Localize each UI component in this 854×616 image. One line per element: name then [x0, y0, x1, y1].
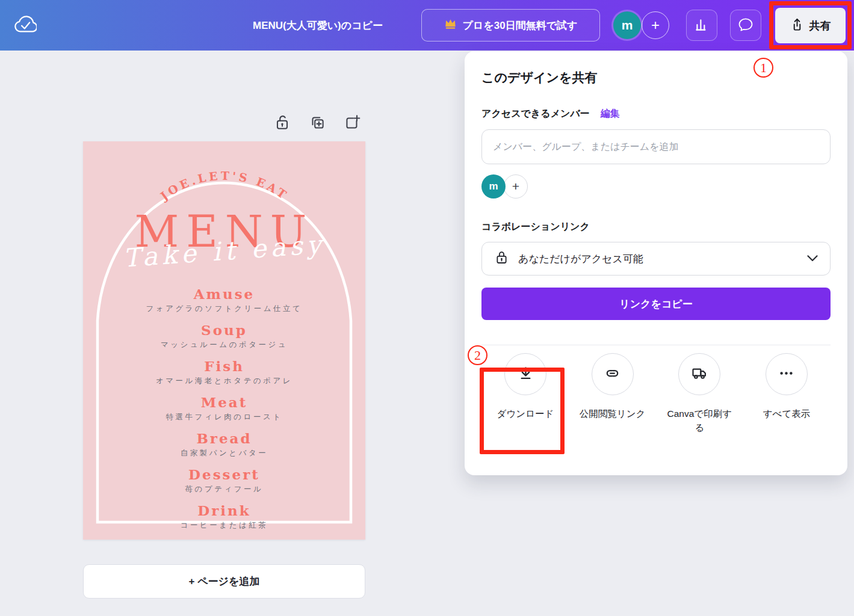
ellipsis-icon	[778, 365, 794, 384]
member-search-input[interactable]	[481, 129, 831, 164]
menu-item-name: Soup	[83, 322, 365, 338]
design-canvas[interactable]: JOE.LET'S EAT MENU Take it easy Amuseフォア…	[83, 141, 365, 540]
chat-bubble-icon	[737, 16, 754, 35]
share-button-label: 共有	[809, 19, 831, 33]
step-2-badge: 2	[468, 345, 487, 365]
menu-item: Meat特選牛フィレ肉のロースト	[83, 394, 365, 422]
cloud-check-icon	[14, 14, 37, 37]
menu-item-name: Drink	[83, 502, 365, 519]
edit-members-link[interactable]: 編集	[601, 108, 620, 120]
public-view-link-action[interactable]: 公開閲覧リンク	[570, 353, 655, 435]
print-with-canva-label: Canvaで印刷する	[663, 407, 736, 435]
menu-item-desc: フォアグラのソフトクリーム仕立て	[83, 304, 365, 314]
chevron-down-icon	[807, 253, 818, 264]
canva-editor: MENU(大人可愛い)のコピー プロを30日間無料で試す m +	[0, 0, 854, 616]
crown-icon	[444, 18, 457, 32]
share-actions: ダウンロード 公開閲覧リンク	[481, 353, 831, 435]
sync-status-button[interactable]	[13, 14, 37, 37]
menu-item-desc: 特選牛フィレ肉のロースト	[83, 412, 365, 422]
lock-icon	[494, 250, 509, 268]
show-all-action[interactable]: すべて表示	[744, 353, 829, 435]
link-access-dropdown[interactable]: あなただけがアクセス可能	[481, 242, 831, 276]
page-toolbar	[272, 113, 362, 134]
print-with-canva-action[interactable]: Canvaで印刷する	[657, 353, 742, 435]
menu-item-name: Amuse	[83, 286, 365, 302]
members-access-label: アクセスできるメンバー	[481, 108, 590, 120]
link-icon	[604, 365, 620, 384]
copy-link-button[interactable]: リンクをコピー	[481, 288, 831, 320]
menu-item-name: Bread	[83, 430, 365, 446]
add-page-button[interactable]: + ページを追加	[83, 564, 365, 599]
menu-items: Amuseフォアグラのソフトクリーム仕立て Soupマッシュルームのポタージュ …	[83, 286, 365, 538]
menu-item: Dessert苺のプティフール	[83, 466, 365, 494]
bar-chart-icon	[694, 17, 710, 34]
member-avatars: m +	[481, 174, 831, 199]
menu-item-desc: コーヒーまたは紅茶	[83, 520, 365, 531]
try-pro-label: プロを30日間無料で試す	[463, 19, 578, 32]
menu-item-name: Meat	[83, 394, 365, 410]
divider	[481, 345, 831, 345]
download-label: ダウンロード	[497, 407, 554, 420]
topbar: MENU(大人可愛い)のコピー プロを30日間無料で試す m +	[0, 0, 854, 51]
menu-item-desc: 自家製パンとバター	[83, 448, 365, 458]
insights-button[interactable]	[686, 10, 717, 41]
menu-item: Amuseフォアグラのソフトクリーム仕立て	[83, 286, 365, 314]
menu-item: Bread自家製パンとバター	[83, 430, 365, 458]
add-page-icon-button[interactable]	[342, 113, 362, 134]
add-member-button[interactable]: +	[504, 174, 528, 199]
add-page-icon	[343, 114, 361, 134]
show-all-label: すべて表示	[763, 407, 811, 420]
share-button[interactable]: 共有	[775, 8, 846, 43]
menu-item: Fishオマール海老とホタテのポアレ	[83, 358, 365, 386]
download-icon	[518, 365, 534, 384]
avatar[interactable]: m	[613, 11, 641, 39]
svg-text:JOE.LET'S EAT: JOE.LET'S EAT	[157, 169, 291, 203]
step-1-badge: 1	[753, 58, 773, 78]
unlock-icon	[274, 114, 291, 134]
collaboration-link-label: コラボレーションリンク	[481, 221, 831, 233]
share-upload-icon	[790, 17, 804, 34]
menu-item: Drinkコーヒーまたは紅茶	[83, 502, 365, 531]
menu-item-desc: 苺のプティフール	[83, 484, 365, 494]
try-pro-button[interactable]: プロを30日間無料で試す	[421, 9, 600, 42]
share-panel: このデザインを共有 アクセスできるメンバー 編集 m + コラボレーションリンク…	[465, 51, 847, 475]
menu-item-desc: オマール海老とホタテのポアレ	[83, 376, 365, 386]
link-access-value: あなただけがアクセス可能	[518, 252, 798, 266]
public-view-link-label: 公開閲覧リンク	[580, 407, 646, 420]
menu-item: Soupマッシュルームのポタージュ	[83, 322, 365, 350]
document-title[interactable]: MENU(大人可愛い)のコピー	[240, 0, 396, 51]
design-brand-text: JOE.LET'S EAT	[157, 169, 291, 203]
comments-button[interactable]	[730, 10, 761, 41]
share-panel-title: このデザインを共有	[481, 69, 831, 86]
menu-item-name: Dessert	[83, 466, 365, 482]
lock-page-button[interactable]	[272, 113, 292, 134]
menu-item-name: Fish	[83, 358, 365, 374]
duplicate-page-button[interactable]	[307, 113, 327, 134]
delivery-truck-icon	[691, 365, 708, 384]
add-member-button[interactable]: +	[642, 11, 669, 39]
menu-item-desc: マッシュルームのポタージュ	[83, 340, 365, 350]
download-action[interactable]: ダウンロード	[483, 353, 568, 435]
member-avatar[interactable]: m	[481, 174, 506, 199]
duplicate-page-icon	[308, 114, 326, 134]
